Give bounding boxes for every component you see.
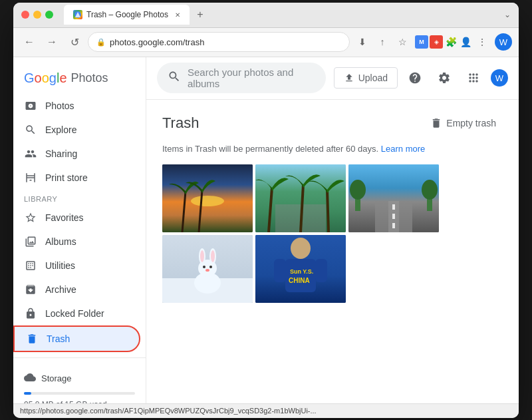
traffic-lights xyxy=(21,11,53,19)
sharing-icon xyxy=(24,147,37,160)
upload-label: Upload xyxy=(358,73,388,83)
more-options-icon[interactable]: ⋮ xyxy=(473,33,491,51)
sidebar-item-sharing[interactable]: Sharing xyxy=(13,142,140,166)
svg-rect-13 xyxy=(392,204,395,210)
app-search-bar: Search your photos and albums Upload xyxy=(146,57,519,100)
photo-thumbnail[interactable] xyxy=(162,164,253,232)
apps-grid-button[interactable] xyxy=(462,66,485,90)
new-tab-button[interactable]: + xyxy=(192,7,208,23)
upload-button[interactable]: Upload xyxy=(334,67,398,89)
back-button[interactable]: ← xyxy=(20,33,39,51)
extra-extension-icon[interactable]: 👤 xyxy=(459,35,472,49)
sidebar-item-locked-folder-label: Locked Folder xyxy=(45,308,104,319)
print-store-icon xyxy=(24,171,37,184)
empty-trash-label: Empty trash xyxy=(446,118,496,128)
photo-thumbnail[interactable] xyxy=(348,164,439,232)
sidebar-item-trash[interactable]: Trash xyxy=(13,325,140,352)
albums-icon xyxy=(24,235,37,248)
trash-info-text: Items in Trash will be permanently delet… xyxy=(162,144,378,154)
sidebar-item-trash-label: Trash xyxy=(47,333,70,344)
svg-text:Sun Y.S.: Sun Y.S. xyxy=(290,268,313,275)
sidebar-item-locked-folder[interactable]: Locked Folder xyxy=(13,302,140,325)
address-bar: ← → ↺ 🔒 photos.google.com/trash ⬇ ↑ ☆ M … xyxy=(13,28,519,57)
red-extension-icon[interactable]: ◈ xyxy=(430,35,443,49)
archive-icon xyxy=(24,283,37,296)
page-title: Trash xyxy=(162,114,199,132)
photos-logo-text: Photos xyxy=(71,71,108,85)
library-section-label: LIBRARY xyxy=(13,190,146,206)
svg-point-2 xyxy=(191,196,224,206)
sidebar-item-explore[interactable]: Explore xyxy=(13,118,140,142)
info-bar: Items in Trash will be permanently delet… xyxy=(146,141,519,164)
help-button[interactable] xyxy=(403,66,427,90)
tab-favicon xyxy=(73,10,82,19)
svg-rect-15 xyxy=(392,223,395,228)
explore-icon xyxy=(24,123,37,136)
photo-thumbnail[interactable]: Sun Y.S. CHINA xyxy=(255,235,346,303)
svg-line-9 xyxy=(327,190,329,232)
tab-title: Trash – Google Photos xyxy=(86,10,168,19)
bookmark-icon[interactable]: ☆ xyxy=(394,33,411,51)
sidebar-item-utilities-label: Utilities xyxy=(45,260,75,271)
sidebar-item-archive[interactable]: Archive xyxy=(13,278,140,302)
learn-more-link[interactable]: Learn more xyxy=(381,144,425,154)
sidebar-item-explore-label: Explore xyxy=(45,124,76,135)
storage-bar-background xyxy=(24,392,135,395)
share-icon[interactable]: ↑ xyxy=(374,33,391,51)
svg-point-19 xyxy=(422,180,438,200)
svg-rect-33 xyxy=(285,259,316,292)
sidebar-item-print-store-label: Print store xyxy=(45,172,88,183)
tab-close-button[interactable]: ✕ xyxy=(175,11,180,19)
photos-icon xyxy=(24,99,37,112)
google-logo: Google xyxy=(24,71,67,86)
sidebar-item-favorites-label: Favorites xyxy=(45,212,84,223)
close-button[interactable] xyxy=(21,11,29,19)
storage-bar-fill xyxy=(24,392,31,395)
extensions-menu-icon[interactable]: 🧩 xyxy=(444,35,458,49)
storage-label[interactable]: Storage xyxy=(24,371,135,385)
ssl-lock-icon: 🔒 xyxy=(96,38,106,47)
sidebar-item-albums[interactable]: Albums xyxy=(13,230,140,254)
sidebar-item-sharing-label: Sharing xyxy=(45,148,77,159)
search-box[interactable]: Search your photos and albums xyxy=(157,63,326,93)
status-bar: https://photos.google.com/trash/AF1QipMP… xyxy=(13,403,519,418)
user-avatar[interactable]: W xyxy=(491,69,508,87)
svg-point-26 xyxy=(200,250,204,262)
svg-point-27 xyxy=(211,250,215,262)
svg-rect-14 xyxy=(392,214,395,219)
tabs-chevron[interactable]: ⌄ xyxy=(504,10,511,19)
settings-button[interactable] xyxy=(432,66,456,90)
active-tab[interactable]: Trash – Google Photos ✕ xyxy=(64,5,190,25)
storage-text: Storage xyxy=(41,373,72,383)
profile-button[interactable]: W xyxy=(495,33,512,51)
download-icon[interactable]: ⬇ xyxy=(354,33,371,51)
header-actions: Upload W xyxy=(334,66,508,90)
photo-thumbnail[interactable] xyxy=(162,235,253,303)
url-bar[interactable]: 🔒 photos.google.com/trash xyxy=(88,32,350,52)
title-bar: Trash – Google Photos ✕ + ⌄ xyxy=(13,3,519,28)
photos-grid: Sun Y.S. CHINA xyxy=(146,164,519,319)
sidebar-item-photos[interactable]: Photos xyxy=(13,94,140,118)
svg-rect-36 xyxy=(274,259,286,282)
sidebar-item-archive-label: Archive xyxy=(45,284,76,295)
google-docs-extension-icon[interactable]: M xyxy=(415,35,428,49)
refresh-button[interactable]: ↺ xyxy=(65,33,84,51)
photo-thumbnail[interactable] xyxy=(255,164,346,232)
minimize-button[interactable] xyxy=(33,11,41,19)
sidebar-item-print-store[interactable]: Print store xyxy=(13,166,140,190)
forward-button[interactable]: → xyxy=(43,33,61,51)
sidebar-item-photos-label: Photos xyxy=(45,101,74,111)
empty-trash-button[interactable]: Empty trash xyxy=(424,113,503,133)
svg-text:CHINA: CHINA xyxy=(289,277,310,284)
favorites-icon xyxy=(24,211,37,224)
sidebar: Google Photos Photos Explore xyxy=(13,57,146,403)
sidebar-item-utilities[interactable]: Utilities xyxy=(13,254,140,278)
sidebar-divider xyxy=(13,357,146,358)
address-bar-actions: ⬇ ↑ ☆ xyxy=(354,33,411,51)
trash-icon xyxy=(25,332,39,345)
svg-point-29 xyxy=(209,266,212,268)
main-header: Trash Empty trash xyxy=(146,100,519,141)
maximize-button[interactable] xyxy=(45,11,53,19)
sidebar-item-favorites[interactable]: Favorites xyxy=(13,206,140,230)
storage-used-text: 95.8 MB of 15 GB used xyxy=(24,400,135,403)
